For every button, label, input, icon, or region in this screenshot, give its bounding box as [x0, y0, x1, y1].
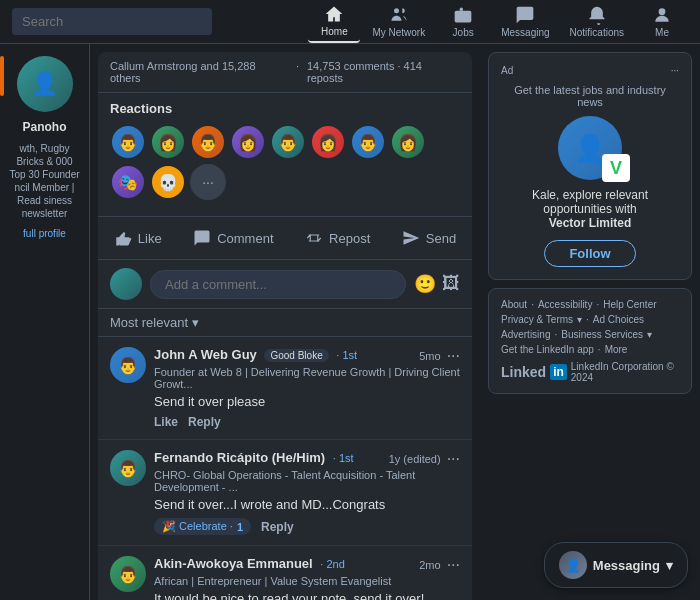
like-button[interactable]: Like — [102, 221, 174, 255]
sort-label: Most relevant — [110, 315, 188, 330]
comment-degree-2: · 1st — [333, 452, 354, 464]
left-sidebar: 👤 Panoho wth, Rugby Bricks & 000 Top 30 … — [0, 44, 90, 600]
comment-like-1[interactable]: Like — [154, 415, 178, 429]
comment-title-3: African | Entrepreneur | Value System Ev… — [154, 575, 460, 587]
ad-company-name: Vector Limited — [549, 216, 632, 230]
ad-company-logo-container: 👤 V — [558, 116, 622, 180]
nav-me-label: Me — [655, 27, 669, 38]
nav-home[interactable]: Home — [308, 0, 360, 43]
comment-more-3[interactable]: ··· — [447, 556, 460, 574]
reaction-avatar-5[interactable]: 👨 — [270, 124, 306, 160]
nav-icons: Home My Network Jobs Messaging Notificat… — [308, 0, 688, 43]
reaction-avatar-2[interactable]: 👩 — [150, 124, 186, 160]
reaction-more-btn[interactable]: ··· — [190, 164, 226, 200]
nav-messaging-label: Messaging — [501, 27, 549, 38]
comment-button[interactable]: Comment — [181, 221, 285, 255]
sort-bar[interactable]: Most relevant ▾ — [98, 309, 472, 337]
footer-link-adchoices[interactable]: Ad Choices — [593, 314, 644, 325]
nav-jobs-label: Jobs — [453, 27, 474, 38]
nav-bar: Home My Network Jobs Messaging Notificat… — [0, 0, 700, 44]
full-profile-link[interactable]: full profile — [23, 228, 66, 239]
comment-reply-1[interactable]: Reply — [188, 415, 221, 429]
reaction-avatar-7[interactable]: 👨 — [350, 124, 386, 160]
comment-text-2: Send it over...I wrote and MD...Congrats — [154, 497, 460, 512]
comment-name-3: Akin-Awokoya Emmanuel — [154, 556, 313, 571]
comment-avatar-2: 👨 — [110, 450, 146, 486]
messaging-button[interactable]: 👤 Messaging ▾ — [544, 542, 688, 588]
footer-link-row-4: Get the LinkedIn app · More — [501, 344, 679, 355]
reaction-avatars: 👨 👩 👨 👩 👨 👩 👨 👩 🎭 💀 ··· — [110, 124, 460, 200]
comment-avatar-1: 👨 — [110, 347, 146, 383]
comment-body-1: John A Web Guy Good Bloke · 1st 5mo ··· … — [154, 347, 460, 429]
nav-jobs[interactable]: Jobs — [437, 1, 489, 42]
reaction-avatar-4[interactable]: 👩 — [230, 124, 266, 160]
reaction-avatar-3[interactable]: 👨 — [190, 124, 226, 160]
reaction-avatar-skull[interactable]: 💀 — [150, 164, 186, 200]
image-icon[interactable]: 🖼 — [442, 273, 460, 295]
comment-name-area-1: John A Web Guy Good Bloke · 1st — [154, 347, 357, 362]
comment-time-2: 1y (edited) — [389, 453, 441, 465]
nav-notifications-label: Notifications — [570, 27, 624, 38]
comment-item-1: 👨 John A Web Guy Good Bloke · 1st 5mo ··… — [98, 337, 472, 440]
footer-link-more[interactable]: More — [605, 344, 628, 355]
reaction-avatar-1[interactable]: 👨 — [110, 124, 146, 160]
comment-meta-3: 2mo ··· — [419, 556, 460, 574]
comment-name-2: Fernando Ricápito (He/Him) — [154, 450, 325, 465]
nav-messaging[interactable]: Messaging — [493, 1, 557, 42]
comment-item-3: 👨 Akin-Awokoya Emmanuel · 2nd 2mo ··· Af… — [98, 546, 472, 600]
orange-accent-bar — [0, 56, 4, 96]
nav-network[interactable]: My Network — [364, 1, 433, 42]
ad-menu-icon[interactable]: ··· — [671, 65, 679, 76]
comment-input[interactable] — [150, 270, 406, 299]
footer-link-row-1: About · Accessibility · Help Center — [501, 299, 679, 310]
celebrate-badge-2: 🎉 Celebrate · 1 — [154, 518, 251, 535]
comment-body-3: Akin-Awokoya Emmanuel · 2nd 2mo ··· Afri… — [154, 556, 460, 600]
search-input[interactable] — [12, 8, 212, 35]
footer-link-app[interactable]: Get the LinkedIn app — [501, 344, 594, 355]
like-label: Like — [138, 231, 162, 246]
feed-area: Callum Armstrong and 15,288 others · 14,… — [90, 44, 480, 600]
send-button[interactable]: Send — [390, 221, 468, 255]
sidebar-avatar[interactable]: 👤 — [17, 56, 73, 112]
main-content: 👤 Panoho wth, Rugby Bricks & 000 Top 30 … — [0, 44, 700, 600]
messaging-label: Messaging — [593, 558, 660, 573]
emoji-icon[interactable]: 🙂 — [414, 273, 436, 295]
messaging-avatar: 👤 — [559, 551, 587, 579]
footer-link-accessibility[interactable]: Accessibility — [538, 299, 592, 310]
reaction-avatar-9[interactable]: 🎭 — [110, 164, 146, 200]
comment-badge-1: Good Bloke — [264, 349, 328, 362]
comment-reply-2[interactable]: Reply — [261, 520, 294, 534]
right-sidebar: Ad ··· Get the latest jobs and industry … — [480, 44, 700, 600]
post-meta: Callum Armstrong and 15,288 others · 14,… — [110, 60, 460, 84]
footer-link-help[interactable]: Help Center — [603, 299, 656, 310]
linkedin-logo-in: in — [550, 364, 567, 380]
footer-link-privacy[interactable]: Privacy & Terms — [501, 314, 573, 325]
comment-meta-2: 1y (edited) ··· — [389, 450, 460, 468]
comments-list: 👨 John A Web Guy Good Bloke · 1st 5mo ··… — [98, 337, 472, 600]
comment-more-1[interactable]: ··· — [447, 347, 460, 365]
nav-notifications[interactable]: Notifications — [562, 1, 632, 42]
repost-button[interactable]: Repost — [293, 221, 382, 255]
follow-button[interactable]: Follow — [544, 240, 635, 267]
sidebar-desc: wth, Rugby Bricks & 000 Top 30 Founder n… — [8, 142, 81, 220]
footer-link-advertising[interactable]: Advertising — [501, 329, 550, 340]
reactions-section: Reactions 👨 👩 👨 👩 👨 👩 👨 👩 🎭 💀 ··· — [98, 93, 472, 216]
comment-actions-1: Like Reply — [154, 415, 460, 429]
reaction-avatar-8[interactable]: 👩 — [390, 124, 426, 160]
post-reactors: Callum Armstrong and 15,288 others — [110, 60, 288, 84]
comment-time-1: 5mo — [419, 350, 440, 362]
reaction-avatar-6[interactable]: 👩 — [310, 124, 346, 160]
comment-input-icons: 🙂 🖼 — [414, 273, 460, 295]
footer-link-about[interactable]: About — [501, 299, 527, 310]
comment-avatar-3: 👨 — [110, 556, 146, 592]
nav-network-label: My Network — [372, 27, 425, 38]
comment-meta-1: 5mo ··· — [419, 347, 460, 365]
comment-title-1: Founder at Web 8 | Delivering Revenue Gr… — [154, 366, 460, 390]
ad-indicator: Ad — [501, 65, 513, 76]
ad-label: Ad ··· — [501, 65, 679, 76]
comment-more-2[interactable]: ··· — [447, 450, 460, 468]
nav-me[interactable]: Me — [636, 1, 688, 42]
comment-input-row: 🙂 🖼 — [98, 260, 472, 309]
footer-link-business[interactable]: Business Services — [561, 329, 643, 340]
svg-point-2 — [659, 8, 666, 15]
